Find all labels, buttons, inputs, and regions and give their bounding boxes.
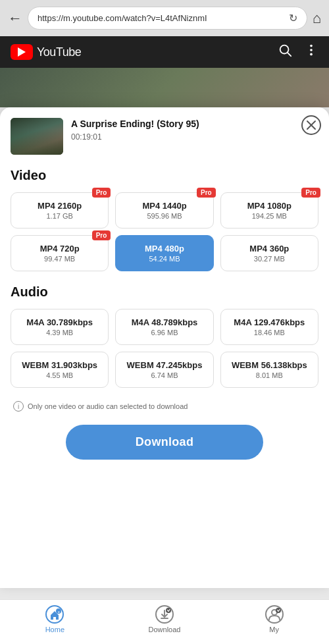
play-triangle-icon xyxy=(18,47,26,57)
video-format-5[interactable]: MP4 360p30.27 MB xyxy=(220,235,318,271)
video-format-0[interactable]: ProMP4 2160p1.17 GB xyxy=(11,192,109,228)
pro-badge: Pro xyxy=(92,188,111,198)
download-modal: A Surprise Ending! (Story 95) 00:19:01 V… xyxy=(0,107,329,588)
video-duration: 00:19:01 xyxy=(71,132,292,142)
pro-badge: Pro xyxy=(92,230,111,240)
audio-format-0[interactable]: M4A 30.789kbps4.39 MB xyxy=(11,309,109,345)
video-format-3[interactable]: ProMP4 720p99.47 MB xyxy=(11,235,109,271)
audio-format-2[interactable]: M4A 129.476kbps18.46 MB xyxy=(220,309,318,345)
info-note-text: Only one video or audio can selected to … xyxy=(28,402,188,410)
svg-text:+: + xyxy=(58,610,61,614)
format-name: MP4 720p xyxy=(16,244,103,254)
audio-section: Audio M4A 30.789kbps4.39 MBM4A 48.789kbp… xyxy=(11,284,318,388)
format-size: 99.47 MB xyxy=(16,255,103,263)
svg-line-1 xyxy=(288,53,291,56)
bottom-nav: + Home Download My xyxy=(0,599,329,644)
nav-item-home[interactable]: + Home xyxy=(0,605,110,633)
my-icon xyxy=(265,605,284,624)
format-size: 1.17 GB xyxy=(16,212,103,220)
audio-section-header: Audio xyxy=(11,284,318,300)
download-button[interactable]: Download xyxy=(66,425,263,460)
youtube-thumbnail-bg xyxy=(0,68,329,107)
format-size: 54.24 MB xyxy=(121,255,207,263)
format-size: 18.46 MB xyxy=(226,329,313,336)
modal-close-button[interactable] xyxy=(301,115,321,135)
svg-point-4 xyxy=(310,53,313,56)
youtube-logo-text: YouTube xyxy=(37,45,81,59)
browser-bar: ← https://m.youtube.com/watch?v=L4tAfNiz… xyxy=(0,0,329,36)
svg-point-2 xyxy=(310,45,313,47)
video-format-grid: ProMP4 2160p1.17 GBProMP4 1440p595.96 MB… xyxy=(11,192,318,271)
url-bar[interactable]: https://m.youtube.com/watch?v=L4tAfNiznm… xyxy=(28,7,307,30)
video-section-header: Video xyxy=(11,168,318,183)
format-name: MP4 360p xyxy=(226,244,313,254)
format-name: M4A 129.476kbps xyxy=(226,317,313,327)
pro-badge: Pro xyxy=(301,188,320,198)
audio-format-3[interactable]: WEBM 31.903kbps4.55 MB xyxy=(11,352,109,388)
svg-point-12 xyxy=(166,608,171,613)
format-size: 4.39 MB xyxy=(16,329,103,336)
download-nav-icon xyxy=(155,605,174,624)
format-name: MP4 480p xyxy=(121,244,207,254)
format-name: MP4 1080p xyxy=(226,201,313,211)
audio-format-grid: M4A 30.789kbps4.39 MBM4A 48.789kbps6.96 … xyxy=(11,309,318,388)
video-format-1[interactable]: ProMP4 1440p595.96 MB xyxy=(115,192,213,228)
youtube-logo-icon xyxy=(11,44,33,60)
format-size: 30.27 MB xyxy=(226,255,313,263)
video-info-row: A Surprise Ending! (Story 95) 00:19:01 xyxy=(11,118,318,155)
format-name: MP4 1440p xyxy=(121,201,207,211)
format-size: 194.25 MB xyxy=(226,212,313,220)
youtube-search-icon[interactable] xyxy=(278,43,292,61)
audio-format-4[interactable]: WEBM 47.245kbps6.74 MB xyxy=(115,352,213,388)
pro-badge: Pro xyxy=(197,188,216,198)
format-size: 4.55 MB xyxy=(16,371,103,379)
url-text: https://m.youtube.com/watch?v=L4tAfNiznm… xyxy=(38,13,289,23)
video-thumb-inner xyxy=(11,118,63,155)
browser-home-button[interactable]: ⌂ xyxy=(313,10,321,27)
nav-home-label: Home xyxy=(45,626,64,633)
youtube-header: YouTube xyxy=(0,36,329,68)
format-name: WEBM 56.138kbps xyxy=(226,360,313,370)
reload-icon[interactable]: ↻ xyxy=(289,12,297,24)
nav-item-download[interactable]: Download xyxy=(110,605,220,633)
nav-my-label: My xyxy=(269,626,279,633)
youtube-logo: YouTube xyxy=(11,44,81,60)
back-button[interactable]: ← xyxy=(8,10,22,27)
info-icon: i xyxy=(13,401,24,412)
info-note: i Only one video or audio can selected t… xyxy=(11,401,318,412)
download-button-wrap: Download xyxy=(11,425,318,460)
audio-format-5[interactable]: WEBM 56.138kbps8.01 MB xyxy=(220,352,318,388)
video-thumbnail xyxy=(11,118,63,155)
format-name: MP4 2160p xyxy=(16,201,103,211)
format-name: WEBM 47.245kbps xyxy=(121,360,207,370)
video-format-2[interactable]: ProMP4 1080p194.25 MB xyxy=(220,192,318,228)
format-size: 595.96 MB xyxy=(121,212,207,220)
video-title: A Surprise Ending! (Story 95) xyxy=(71,118,292,130)
nav-download-label: Download xyxy=(149,626,181,633)
video-meta: A Surprise Ending! (Story 95) 00:19:01 xyxy=(71,118,292,142)
home-icon: + xyxy=(45,605,64,624)
format-name: M4A 48.789kbps xyxy=(121,317,207,327)
format-size: 6.74 MB xyxy=(121,371,207,379)
svg-point-3 xyxy=(310,49,313,51)
nav-item-my[interactable]: My xyxy=(219,605,329,633)
video-thumb-overlay xyxy=(11,129,63,155)
format-name: M4A 30.789kbps xyxy=(16,317,103,327)
format-size: 8.01 MB xyxy=(226,371,313,379)
youtube-header-icons xyxy=(278,43,318,61)
audio-format-1[interactable]: M4A 48.789kbps6.96 MB xyxy=(115,309,213,345)
youtube-more-icon[interactable] xyxy=(304,43,318,61)
format-size: 6.96 MB xyxy=(121,329,207,336)
video-format-4[interactable]: MP4 480p54.24 MB xyxy=(115,235,213,271)
svg-point-15 xyxy=(276,608,281,613)
video-section: Video ProMP4 2160p1.17 GBProMP4 1440p595… xyxy=(11,168,318,271)
format-name: WEBM 31.903kbps xyxy=(16,360,103,370)
youtube-thumbnail-area xyxy=(0,68,329,107)
